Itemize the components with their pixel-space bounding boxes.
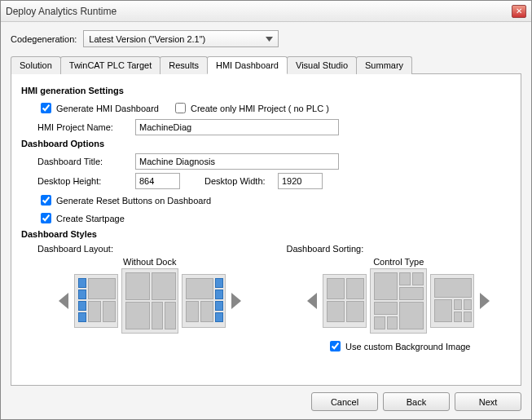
custom-bg-label: Use custom Background Image [345, 342, 470, 351]
sorting-thumb-current[interactable] [370, 268, 427, 334]
sorting-thumb-prev[interactable] [323, 274, 367, 328]
dialog-window: Deploy Analytics Runtime ✕ Codegeneratio… [0, 0, 532, 420]
desktop-height-label: Desktop Height: [37, 176, 135, 186]
sorting-thumb-next[interactable] [430, 274, 474, 328]
reset-buttons-label: Generate Reset Buttons on Dashboard [56, 196, 211, 206]
tab-visual-studio[interactable]: Visual Studio [287, 56, 357, 74]
codegen-label: Codegeneration: [11, 34, 77, 44]
sorting-prev-icon[interactable] [305, 276, 319, 325]
generate-dashboard-checkbox[interactable] [41, 103, 51, 113]
project-name-input[interactable] [135, 119, 339, 135]
startpage-label: Create Startpage [56, 214, 125, 223]
next-button[interactable]: Next [455, 392, 521, 411]
dashboard-options-heading: Dashboard Options [21, 139, 511, 148]
cancel-button[interactable]: Cancel [311, 392, 378, 411]
dashboard-title-input[interactable] [135, 153, 339, 170]
project-name-label: HMI Project Name: [37, 122, 135, 132]
tab-summary[interactable]: Summary [356, 56, 412, 74]
tab-panel: HMI generation Settings Generate HMI Das… [11, 74, 521, 386]
dashboard-title-label: Dashboard Title: [37, 157, 135, 166]
create-only-label: Create only HMI Project ( no PLC ) [191, 104, 329, 113]
startpage-checkbox[interactable] [41, 213, 51, 223]
window-title: Deploy Analytics Runtime [6, 6, 512, 17]
button-row: Cancel Back Next [11, 386, 521, 413]
layout-label: Dashboard Layout: [37, 244, 262, 254]
create-only-checkbox[interactable] [175, 103, 186, 113]
layout-thumb-current[interactable] [121, 268, 178, 334]
back-button[interactable]: Back [383, 392, 450, 411]
content-area: Codegeneration: Latest Version ("Version… [1, 22, 531, 419]
tab-solution[interactable]: Solution [11, 56, 61, 74]
sorting-next-icon[interactable] [477, 276, 492, 325]
desktop-height-input[interactable] [135, 173, 180, 189]
layout-thumb-next[interactable] [182, 274, 226, 328]
dashboard-styles-heading: Dashboard Styles [21, 229, 511, 239]
tab-results[interactable]: Results [160, 56, 208, 74]
tab-bar: Solution TwinCAT PLC Target Results HMI … [11, 55, 521, 74]
hmi-settings-heading: HMI generation Settings [21, 86, 511, 95]
desktop-width-input[interactable] [278, 173, 323, 189]
chevron-down-icon [263, 33, 275, 44]
layout-prev-icon[interactable] [56, 276, 71, 325]
custom-bg-checkbox[interactable] [330, 341, 341, 351]
codegen-selected: Latest Version ("Version 2.1") [89, 34, 205, 44]
close-icon[interactable]: ✕ [512, 5, 526, 18]
tab-plc-target[interactable]: TwinCAT PLC Target [60, 56, 161, 74]
sorting-column: Dashboard Sorting: Control Type [287, 244, 512, 356]
desktop-width-label: Desktop Width: [204, 176, 278, 186]
layout-next-icon[interactable] [229, 276, 244, 325]
codegen-row: Codegeneration: Latest Version ("Version… [11, 30, 521, 47]
layout-column: Dashboard Layout: Without Dock [37, 244, 262, 356]
generate-dashboard-label: Generate HMI Dashboard [56, 104, 159, 113]
layout-thumb-prev[interactable] [74, 274, 118, 328]
reset-buttons-checkbox[interactable] [41, 195, 51, 206]
titlebar: Deploy Analytics Runtime ✕ [1, 1, 531, 22]
sorting-label: Dashboard Sorting: [287, 244, 512, 254]
layout-current: Without Dock [37, 257, 262, 267]
codegen-dropdown[interactable]: Latest Version ("Version 2.1") [83, 30, 279, 47]
sorting-current: Control Type [287, 257, 512, 267]
tab-hmi-dashboard[interactable]: HMI Dashboard [207, 56, 288, 74]
